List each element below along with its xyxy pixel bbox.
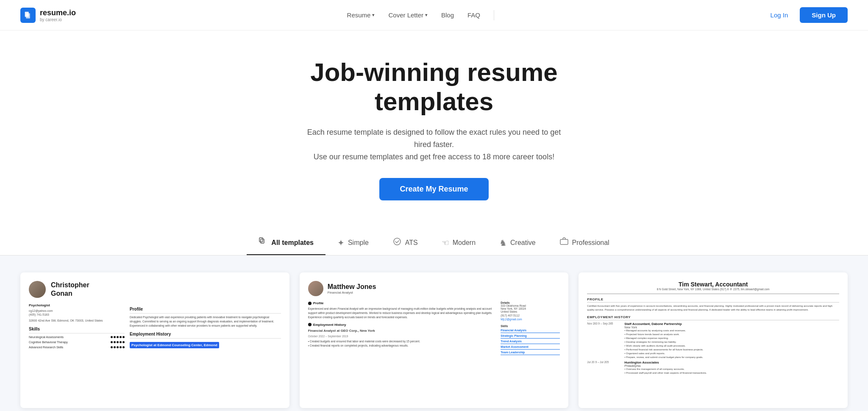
simple-icon: ✦ xyxy=(337,238,345,248)
tab-modern-label: Modern xyxy=(453,239,476,247)
template-card-matthew[interactable]: Matthew Jones Financial Analyst Profile … xyxy=(300,272,569,408)
hero-section: Job-winning resume templates Each resume… xyxy=(0,31,868,217)
skill-research: Advanced Research Skills xyxy=(29,345,125,350)
resume2-content: Profile Experienced and driven Financial… xyxy=(308,301,560,356)
resume3-profile-title: PROFILE xyxy=(587,297,839,303)
svg-rect-3 xyxy=(261,239,264,243)
resume2-skills-label: Skills xyxy=(501,325,560,328)
nav-actions: Log In Sign Up xyxy=(765,7,848,23)
create-resume-button[interactable]: Create My Resume xyxy=(379,178,488,200)
resume1-right: Profile Dedicated Psychologist with vast… xyxy=(130,303,281,350)
avatar-matthew xyxy=(308,281,323,296)
svg-point-4 xyxy=(394,238,401,245)
resume3-profile-text: Certified Accountant with five years of … xyxy=(587,304,839,312)
tab-creative[interactable]: ♞ Creative xyxy=(487,232,548,255)
signup-button[interactable]: Sign Up xyxy=(800,7,848,23)
resume1-role: Psychologist xyxy=(29,303,125,308)
resume2-bullet2: • Created financial reports on completed… xyxy=(308,344,494,348)
skill-neurological: Neurological Assessments xyxy=(29,335,125,339)
tab-modern[interactable]: ☜ Modern xyxy=(430,232,487,255)
resume1-name: ChristopherGonan xyxy=(51,281,89,297)
logo-icon xyxy=(20,8,36,23)
resume3-job1-dates: Nov 283 9 – Sep 285 xyxy=(587,322,621,359)
resume3-job1: Nov 283 9 – Sep 285 Staff Accountant, Da… xyxy=(587,322,839,359)
tab-simple[interactable]: ✦ Simple xyxy=(326,232,381,255)
resume3-contact: 8 N Gold Street, New York, NY 1088, Unit… xyxy=(587,288,839,291)
bullet-icon xyxy=(308,323,312,326)
resume2-employment-section: Employment History Financial Analyst at … xyxy=(308,323,494,348)
resume1-current-job: Psychologist at Edmond Counseling Center… xyxy=(130,342,219,348)
logo-text: resume.io by career.io xyxy=(40,8,76,22)
resume1-skills-title: Skills xyxy=(29,326,125,333)
resume1-phone: (405) 741-5183 xyxy=(29,313,125,317)
templates-section: ChristopherGonan Psychologist cg12@yahoo… xyxy=(0,255,868,411)
logo[interactable]: resume.io by career.io xyxy=(20,8,76,23)
tab-all-templates-label: All templates xyxy=(271,239,314,247)
svg-rect-5 xyxy=(560,239,568,244)
resume1-employment-title: Employment History xyxy=(130,331,281,339)
login-button[interactable]: Log In xyxy=(765,8,793,22)
skill-market-assessment: Market Assessment xyxy=(501,345,560,350)
resume2-employment-title: Employment History xyxy=(308,323,494,327)
resume3-header: Tim Stewart, Accountant 8 N Gold Street,… xyxy=(587,281,839,294)
skill-strategic-planning: Strategic Planning xyxy=(501,334,560,339)
nav-divider xyxy=(494,10,494,20)
resume2-job-dates: October 2022 – September 2019 xyxy=(308,334,494,339)
resume2-name-block: Matthew Jones Financial Analyst xyxy=(328,283,376,294)
resume2-address: 333 Oklahoma RoadNew York, NY 10024Unite… xyxy=(501,304,560,313)
resume3-job2-dates: Jul 20 9 – Jul 205 xyxy=(587,361,621,375)
resume1-body: Psychologist cg12@yahoo.com (405) 741-51… xyxy=(29,303,281,350)
tab-professional-label: Professional xyxy=(572,239,609,247)
nav-resume[interactable]: Resume ▾ xyxy=(347,11,375,19)
resume1-name-block: ChristopherGonan xyxy=(51,281,89,297)
template-card-christopher[interactable]: ChristopherGonan Psychologist cg12@yahoo… xyxy=(20,272,289,408)
tab-professional[interactable]: Professional xyxy=(548,231,621,255)
nav-blog[interactable]: Blog xyxy=(441,11,454,19)
skill-trend-analysis: Trend Analysis xyxy=(501,340,560,344)
resume2-email: MjL2@gmail.com xyxy=(501,318,560,321)
resume2-right: Details 333 Oklahoma RoadNew York, NY 10… xyxy=(501,301,560,356)
tab-simple-label: Simple xyxy=(348,239,369,247)
chevron-down-icon: ▾ xyxy=(372,12,375,18)
navbar: resume.io by career.io Resume ▾ Cover Le… xyxy=(0,0,868,31)
resume2-bullet1: • Created budgets and ensured that labor… xyxy=(308,339,494,344)
nav-links: Resume ▾ Cover Letter ▾ Blog FAQ xyxy=(347,10,494,20)
nav-cover-letter[interactable]: Cover Letter ▾ xyxy=(388,11,428,19)
all-templates-icon xyxy=(259,237,268,248)
resume1-email: cg12@yahoo.com xyxy=(29,309,125,313)
resume-preview-3: Tim Stewart, Accountant 8 N Gold Street,… xyxy=(579,272,848,408)
template-card-tim[interactable]: Tim Stewart, Accountant 8 N Gold Street,… xyxy=(579,272,848,408)
svg-rect-2 xyxy=(259,238,263,242)
tab-all-templates[interactable]: All templates xyxy=(247,231,326,255)
resume3-employment-title: EMPLOYMENT HISTORY xyxy=(587,315,839,320)
filter-section: All templates ✦ Simple ATS ☜ Modern ♞ Cr… xyxy=(0,217,868,255)
tab-ats[interactable]: ATS xyxy=(381,231,430,255)
resume2-role: Financial Analyst xyxy=(328,291,376,294)
tab-ats-label: ATS xyxy=(405,239,418,247)
modern-icon: ☜ xyxy=(442,238,449,248)
resume-preview-1: ChristopherGonan Psychologist cg12@yahoo… xyxy=(20,272,289,408)
resume1-header: ChristopherGonan xyxy=(29,281,281,298)
resume1-profile-text: Dedicated Psychologist with vast experie… xyxy=(130,315,281,328)
resume1-profile-title: Profile xyxy=(130,306,281,314)
bullet-icon xyxy=(308,302,312,305)
svg-rect-1 xyxy=(26,13,30,18)
chevron-down-icon: ▾ xyxy=(425,12,428,18)
hero-subtitle: Each resume template is designed to foll… xyxy=(298,126,570,163)
resume3-job2-content: Huntington Associates Philadelphia • Ove… xyxy=(624,361,839,375)
resume2-details-label: Details xyxy=(501,301,560,304)
nav-faq[interactable]: FAQ xyxy=(467,11,480,19)
resume3-job1-content: Staff Accountant, Dabone Partnership New… xyxy=(624,322,839,359)
resume1-address: 32600 42nd Ave SW, Edmond, OK 73003, Uni… xyxy=(29,319,125,323)
resume3-profile-section: PROFILE Certified Accountant with five y… xyxy=(587,297,839,312)
skill-team-leadership: Team Leadership xyxy=(501,351,560,355)
logo-title: resume.io xyxy=(40,8,76,17)
resume1-left: Psychologist cg12@yahoo.com (405) 741-51… xyxy=(29,303,125,350)
hero-title: Job-winning resume templates xyxy=(286,58,582,116)
resume3-job2: Jul 20 9 – Jul 205 Huntington Associates… xyxy=(587,361,839,375)
resume2-profile-section: Profile Experienced and driven Financial… xyxy=(308,301,494,319)
filter-tabs: All templates ✦ Simple ATS ☜ Modern ♞ Cr… xyxy=(243,231,625,255)
resume2-profile-text: Experienced and driven Financial Analyst… xyxy=(308,307,494,319)
resume2-profile-title: Profile xyxy=(308,301,494,305)
resume3-employment-section: EMPLOYMENT HISTORY Nov 283 9 – Sep 285 S… xyxy=(587,315,839,375)
